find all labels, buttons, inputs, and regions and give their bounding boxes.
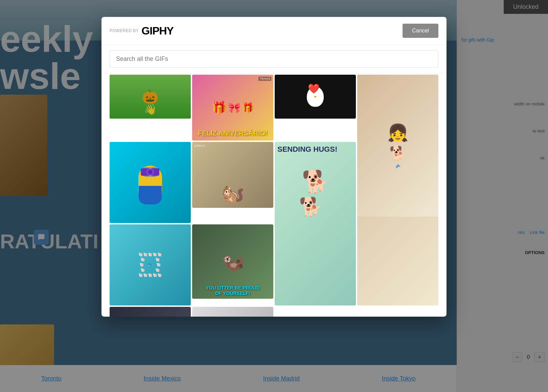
- gif-otter-label: YOU OTTER BE PROUDOF YOURSELF!: [194, 285, 271, 296]
- gif-squirrel[interactable]: 🐿️ gifaknot: [192, 142, 273, 208]
- powered-by-label: POWERED BY: [110, 28, 139, 33]
- gif-woman-face[interactable]: 👩: [110, 307, 191, 317]
- giphy-logo: POWERED BY GIPHY: [110, 25, 174, 37]
- gif-heart-bird[interactable]: ❤️: [275, 75, 356, 119]
- gif-halloween[interactable]: 🎃 👋: [110, 75, 191, 119]
- gif-otter[interactable]: 🦦 YOU OTTER BE PROUDOF YOURSELF!: [192, 224, 273, 299]
- search-input[interactable]: [110, 50, 438, 68]
- gif-heart-fish[interactable]: 🐚🐚🐚🐚🐚 🐚 🐚 🐚 🐟 🐚 🐚 🐚 🐚🐚🐚🐚🐚: [110, 224, 191, 305]
- gif-birthday-gifts[interactable]: 🎁 🎀 🎁 FELIZ ANIVERSÁRIO! TRAVIS: [192, 75, 273, 141]
- gif-watermark-gifaknot: gifaknot: [194, 144, 205, 147]
- gif-sending-hugs[interactable]: 🐕 🐕 SENDING HUGS!: [275, 142, 356, 305]
- search-bar-container: [101, 45, 447, 73]
- modal-overlay: POWERED BY GIPHY Cancel 🎃 👋: [0, 0, 548, 392]
- gif-sending-hugs-label: SENDING HUGS!: [277, 145, 353, 153]
- giphy-modal: POWERED BY GIPHY Cancel 🎃 👋: [101, 17, 447, 317]
- gif-boy-bw[interactable]: 👦: [192, 307, 273, 317]
- gif-grid: 🎃 👋 🎁 🎀 🎁 FELIZ ANIVERSÁRIO! TRAVIS: [101, 73, 447, 317]
- giphy-wordmark: GIPHY: [141, 25, 174, 37]
- gif-minion[interactable]: [110, 142, 191, 223]
- modal-header: POWERED BY GIPHY Cancel: [101, 17, 447, 45]
- gif-birthday-label: FELIZ ANIVERSÁRIO!: [194, 129, 271, 137]
- gif-sleeping-dog[interactable]: 👧 🐕 💤: [357, 75, 438, 305]
- gif-watermark-trans: TRAVIS: [258, 77, 271, 81]
- cancel-button[interactable]: Cancel: [403, 24, 438, 38]
